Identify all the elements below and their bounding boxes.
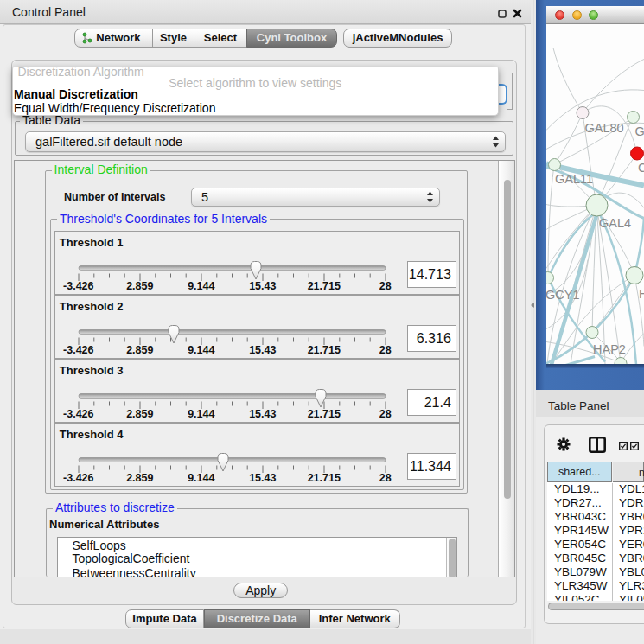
svg-text:GAL11: GAL11: [555, 171, 593, 185]
svg-text:C: C: [638, 160, 644, 174]
svg-text:GCY1: GCY1: [546, 287, 580, 301]
svg-text:GAL80: GAL80: [585, 120, 624, 134]
svg-text:HAP2: HAP2: [593, 341, 626, 355]
svg-text:GAL4: GAL4: [599, 215, 631, 229]
svg-text:H: H: [639, 286, 644, 300]
svg-text:G...: G...: [635, 124, 644, 137]
